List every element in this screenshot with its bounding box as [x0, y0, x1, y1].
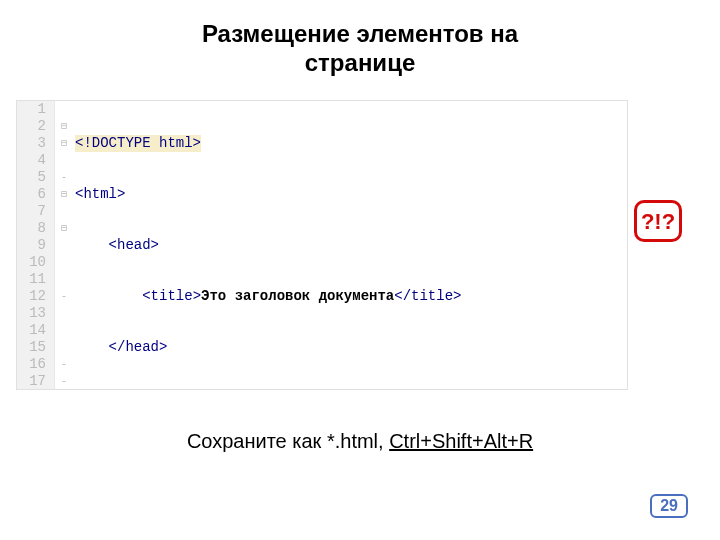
line-number: 9: [17, 237, 46, 254]
fold-mark[interactable]: ⊟: [55, 220, 73, 237]
fold-mark[interactable]: [55, 152, 73, 169]
attention-callout: ?!?: [634, 200, 682, 242]
line-number: 14: [17, 322, 46, 339]
line-number: 13: [17, 305, 46, 322]
fold-mark[interactable]: [55, 339, 73, 356]
line-number: 16: [17, 356, 46, 373]
code-token: </head>: [109, 339, 168, 355]
line-number: 3: [17, 135, 46, 152]
line-number: 8: [17, 220, 46, 237]
line-number: 6: [17, 186, 46, 203]
code-token: </title>: [394, 288, 461, 304]
fold-mark[interactable]: [55, 322, 73, 339]
fold-mark[interactable]: -: [55, 373, 73, 390]
fold-mark[interactable]: [55, 237, 73, 254]
fold-mark[interactable]: ⊟: [55, 135, 73, 152]
slide-title: Размещение элементов на странице: [0, 0, 720, 78]
fold-mark[interactable]: [55, 101, 73, 118]
code-area: <!DOCTYPE html> <html> <head> <title>Это…: [73, 101, 627, 389]
code-text: Это заголовок документа: [201, 288, 394, 304]
fold-mark[interactable]: [55, 254, 73, 271]
line-number: 15: [17, 339, 46, 356]
page-number-badge: 29: [650, 494, 688, 518]
fold-mark[interactable]: [55, 305, 73, 322]
line-number: 1: [17, 101, 46, 118]
line-number: 7: [17, 203, 46, 220]
line-number: 4: [17, 152, 46, 169]
line-number: 2: [17, 118, 46, 135]
fold-mark[interactable]: ⊟: [55, 186, 73, 203]
line-number: 11: [17, 271, 46, 288]
fold-gutter: ⊟⊟-⊟⊟---: [55, 101, 73, 389]
line-number-gutter: 1234567891011121314151617: [17, 101, 55, 389]
line-number: 17: [17, 373, 46, 390]
line-number: 10: [17, 254, 46, 271]
code-token: <!DOCTYPE html>: [75, 135, 201, 151]
fold-mark[interactable]: ⊟: [55, 118, 73, 135]
footer-instruction: Сохраните как *.html, Ctrl+Shift+Alt+R: [0, 430, 720, 453]
keyboard-shortcut: Ctrl+Shift+Alt+R: [389, 430, 533, 452]
fold-mark[interactable]: -: [55, 169, 73, 186]
code-token: <head>: [109, 237, 159, 253]
fold-mark[interactable]: [55, 271, 73, 288]
code-editor-panel: 1234567891011121314151617 ⊟⊟-⊟⊟--- <!DOC…: [16, 100, 628, 390]
fold-mark[interactable]: [55, 203, 73, 220]
code-token: <title>: [142, 288, 201, 304]
fold-mark[interactable]: -: [55, 288, 73, 305]
title-line-2: странице: [305, 49, 415, 76]
footer-prefix: Сохраните как *.html,: [187, 430, 389, 452]
fold-mark[interactable]: -: [55, 356, 73, 373]
title-line-1: Размещение элементов на: [202, 20, 518, 47]
line-number: 12: [17, 288, 46, 305]
line-number: 5: [17, 169, 46, 186]
code-token: <html>: [75, 186, 125, 202]
